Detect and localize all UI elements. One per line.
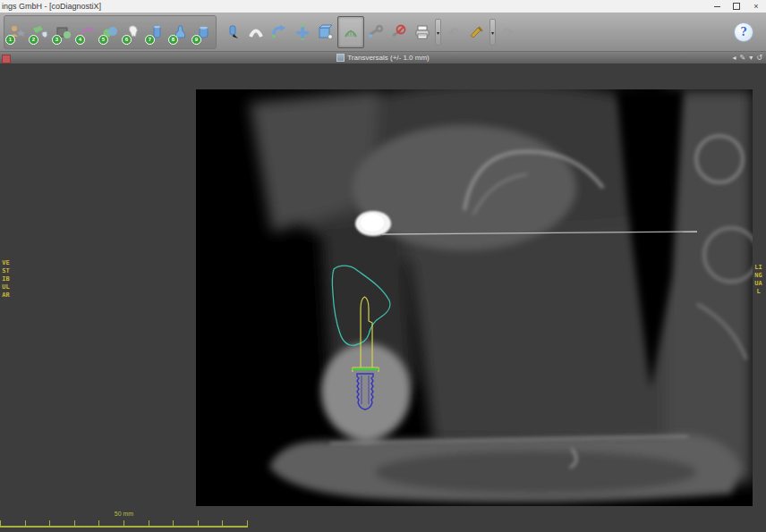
arch-icon bbox=[247, 24, 265, 40]
toolbar-button-rotate[interactable] bbox=[268, 17, 291, 47]
restore-icon bbox=[733, 3, 740, 10]
panoramic-view-icon bbox=[342, 24, 360, 40]
workflow-step-group: 1 2 3 bbox=[4, 15, 217, 49]
ct-slice-image[interactable] bbox=[196, 89, 753, 506]
toolbar-button-implant-planning[interactable]: 7 bbox=[145, 17, 168, 47]
step-badge: 6 bbox=[122, 35, 132, 45]
drill-template-icon bbox=[224, 24, 242, 40]
previous-slice-icon[interactable]: ◂ bbox=[733, 54, 736, 62]
step-badge: 7 bbox=[145, 35, 155, 45]
main-toolbar: 1 2 3 bbox=[0, 13, 766, 52]
slice-view-icon bbox=[336, 54, 345, 62]
view-dropdown-icon[interactable]: ▾ bbox=[749, 54, 753, 62]
panel-title-row: Transversals (+/- 1.0 mm) bbox=[0, 52, 766, 63]
toolbar-button-redo[interactable]: ↷ bbox=[497, 17, 520, 47]
toolbar-button-print[interactable] bbox=[411, 17, 434, 47]
scale-ruler: 50 mm bbox=[0, 513, 249, 528]
wrench-icon bbox=[367, 24, 385, 40]
window-titlebar: ings GmbH - [coDiagnostiX] × bbox=[0, 0, 766, 13]
toolbar-button-plan-management[interactable]: 2 bbox=[29, 17, 52, 47]
toolbar-button-segmentation[interactable]: 4 bbox=[75, 17, 98, 47]
undo-icon: ↶ bbox=[448, 25, 459, 39]
app-window: ings GmbH - [coDiagnostiX] × 1 2 bbox=[0, 0, 766, 532]
view-panel-header: Transversals (+/- 1.0 mm) ◂ ✎ ▾ ↺ bbox=[0, 52, 766, 64]
toolbar-button-measure[interactable] bbox=[465, 17, 489, 47]
toolbar-button-undo[interactable]: ↶ bbox=[442, 17, 465, 47]
step-badge: 1 bbox=[5, 35, 15, 45]
window-title: ings GmbH - [coDiagnostiX] bbox=[0, 2, 101, 11]
toolbar-button-pan[interactable] bbox=[314, 17, 337, 47]
scale-ruler-line bbox=[0, 520, 248, 528]
rotate-icon bbox=[270, 24, 288, 40]
refresh-view-icon[interactable]: ↺ bbox=[756, 54, 762, 62]
toolbar-button-patient-data[interactable]: 1 bbox=[5, 17, 29, 47]
step-badge: 9 bbox=[192, 35, 201, 45]
step-badge: 3 bbox=[52, 35, 62, 45]
panel-actions: ◂ ✎ ▾ ↺ bbox=[733, 52, 762, 63]
toolbar-button-abutment[interactable]: 8 bbox=[168, 17, 192, 47]
window-controls: × bbox=[707, 0, 766, 13]
toolbar-button-panoramic-view[interactable] bbox=[337, 16, 364, 48]
toolbar-button-adjust-tool[interactable] bbox=[364, 17, 387, 47]
move-icon bbox=[294, 24, 311, 40]
step-badge: 5 bbox=[98, 35, 108, 45]
panel-title: Transversals (+/- 1.0 mm) bbox=[347, 54, 430, 62]
step-badge: 4 bbox=[75, 35, 85, 45]
toolbar-button-drill-templates[interactable] bbox=[221, 17, 244, 47]
help-button[interactable]: ? bbox=[734, 22, 753, 42]
print-dropdown-button[interactable]: ▾ bbox=[435, 19, 441, 46]
redo-icon: ↷ bbox=[503, 25, 514, 39]
toolbar-button-disable-tool[interactable] bbox=[387, 17, 411, 47]
measure-dropdown-button[interactable]: ▾ bbox=[489, 19, 496, 46]
toolbar-button-model-import[interactable]: 3 bbox=[52, 17, 75, 47]
step-badge: 2 bbox=[29, 35, 38, 45]
ct-render bbox=[196, 89, 753, 506]
orientation-label-lingual: LINGUAL bbox=[754, 264, 762, 296]
slice-viewport[interactable]: VESTIBULAR LINGUAL 50 mm bbox=[0, 63, 766, 532]
toolbar-button-tooth-setup[interactable]: 6 bbox=[122, 17, 145, 47]
restore-button[interactable] bbox=[727, 0, 746, 13]
step-badge: 8 bbox=[168, 35, 178, 45]
toolbar-button-arch-view[interactable] bbox=[244, 17, 268, 47]
edit-slice-icon[interactable]: ✎ bbox=[740, 54, 746, 62]
scale-label: 50 mm bbox=[0, 511, 248, 517]
orientation-label-vestibular: VESTIBULAR bbox=[2, 259, 10, 300]
no-entry-tool-icon bbox=[390, 24, 408, 40]
pan-cube-icon bbox=[317, 24, 335, 40]
minimize-icon bbox=[714, 6, 720, 7]
help-icon: ? bbox=[740, 26, 746, 38]
scalpel-icon bbox=[468, 24, 486, 40]
close-button[interactable]: × bbox=[746, 0, 766, 13]
print-icon bbox=[413, 24, 431, 40]
minimize-button[interactable] bbox=[707, 0, 727, 13]
toolbar-button-move[interactable] bbox=[291, 17, 314, 47]
toolbar-button-sleeve[interactable]: 9 bbox=[192, 17, 215, 47]
toolbar-button-registration[interactable]: 5 bbox=[98, 17, 122, 47]
